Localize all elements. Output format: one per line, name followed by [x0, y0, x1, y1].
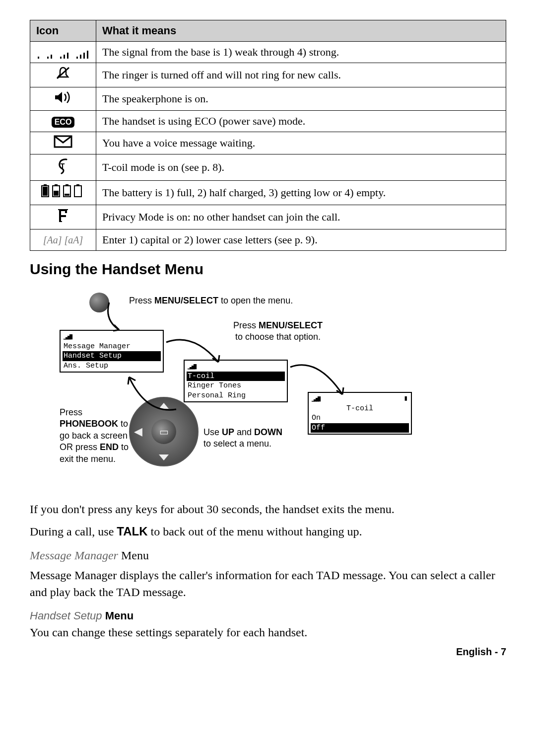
handset-setup-body: You can change these settings separately…: [30, 624, 506, 641]
meaning-text: Enter 1) capital or 2) lower case letter…: [96, 229, 506, 251]
tcoil-icon: T: [30, 154, 96, 181]
svg-rect-20: [67, 209, 68, 210]
battery-levels-icon: [30, 181, 96, 205]
arrow-icon: [127, 375, 181, 414]
meaning-text: The ringer is turned off and will not ri…: [96, 63, 506, 87]
caption-back: Press PHONEBOOK to go back a screen OR p…: [60, 407, 134, 465]
svg-rect-8: [54, 191, 59, 196]
meaning-text: The speakerphone is on.: [96, 87, 506, 111]
svg-rect-18: [59, 215, 61, 222]
letter-case-icon: [Aa] [aA]: [30, 229, 96, 251]
arrow-icon: [164, 337, 223, 367]
table-row: You have a voice message waiting.: [30, 132, 506, 154]
table-row: T T-coil mode is on (see p. 8).: [30, 154, 506, 181]
voicemail-icon: [30, 132, 96, 154]
arrow-icon: [288, 362, 347, 402]
table-row: The ringer is turned off and will not ri…: [30, 63, 506, 87]
speaker-graphic: [89, 293, 109, 312]
svg-rect-13: [76, 184, 79, 186]
message-manager-heading: Message Manager Menu: [30, 549, 506, 562]
during-call-note: During a call, use TALK to back out of t…: [30, 523, 506, 540]
icon-meaning-table: Icon What it means The signal from the b…: [30, 20, 506, 251]
svg-rect-12: [74, 186, 81, 197]
table-row: Privacy Mode is on: no other handset can…: [30, 205, 506, 229]
speakerphone-icon: [30, 87, 96, 111]
meaning-text: T-coil mode is on (see p. 8).: [96, 154, 506, 181]
handset-setup-heading: Handset Setup Menu: [30, 609, 506, 622]
svg-rect-21: [61, 221, 62, 222]
meaning-text: The handset is using ECO (power save) mo…: [96, 111, 506, 132]
table-row: ECO The handset is using ECO (power save…: [30, 111, 506, 132]
table-row: The speakerphone is on.: [30, 87, 506, 111]
meaning-text: The battery is 1) full, 2) half charged,…: [96, 181, 506, 205]
table-row: [Aa] [aA] Enter 1) capital or 2) lower c…: [30, 229, 506, 251]
lcd-screen-1: Message Manager Handset Setup Ans. Setup: [60, 330, 164, 373]
table-row: The signal from the base is 1) weak thro…: [30, 42, 506, 63]
col-header-meaning: What it means: [96, 20, 506, 42]
message-manager-body: Message Manager displays the caller's in…: [30, 567, 506, 601]
svg-rect-11: [65, 194, 69, 196]
menu-navigation-diagram: Press MENU/SELECT to open the menu. Pres…: [30, 283, 506, 491]
svg-text:T: T: [61, 162, 65, 170]
svg-rect-16: [65, 209, 67, 213]
page-footer: English - 7: [30, 646, 506, 658]
privacy-mode-icon: [30, 205, 96, 229]
ringer-off-icon: [30, 63, 96, 87]
caption-open-menu: Press MENU/SELECT to open the menu.: [129, 295, 293, 306]
svg-rect-5: [43, 187, 48, 196]
meaning-text: The signal from the base is 1) weak thro…: [96, 42, 506, 63]
svg-rect-15: [59, 209, 61, 215]
svg-rect-19: [58, 209, 59, 210]
meaning-text: Privacy Mode is on: no other handset can…: [96, 205, 506, 229]
timeout-note: If you don't press any keys for about 30…: [30, 501, 506, 518]
caption-up-down: Use UP and DOWN to select a menu.: [203, 427, 288, 450]
svg-rect-7: [55, 184, 58, 186]
signal-bars-icon: [30, 42, 96, 63]
col-header-icon: Icon: [30, 20, 96, 42]
svg-rect-10: [66, 184, 68, 186]
table-row: The battery is 1) full, 2) half charged,…: [30, 181, 506, 205]
svg-rect-4: [44, 184, 47, 186]
arrow-icon: [107, 300, 132, 335]
section-heading: Using the Handset Menu: [30, 261, 506, 278]
eco-mode-icon: ECO: [30, 111, 96, 132]
caption-choose-option: Press MENU/SELECT to choose that option.: [228, 320, 328, 343]
meaning-text: You have a voice message waiting.: [96, 132, 506, 154]
